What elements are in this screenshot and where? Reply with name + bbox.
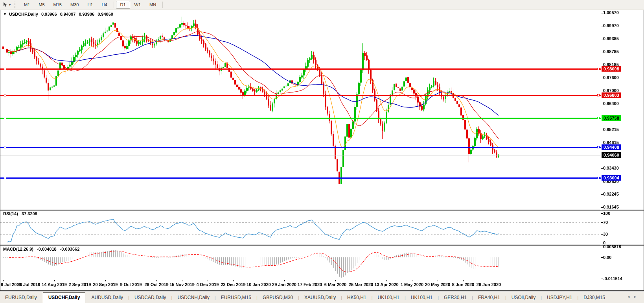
tab-scroll-arrows: ◄► bbox=[627, 295, 640, 299]
chart-tab[interactable]: XAUUSD,Daily bbox=[299, 293, 341, 303]
date-label: 1 May 2020 bbox=[401, 282, 423, 287]
price-tick-label: 0.95215 bbox=[603, 127, 619, 132]
current-price-badge: 0.94060 bbox=[602, 152, 621, 158]
chart-menu-icon[interactable]: ▼ bbox=[3, 12, 7, 16]
rsi-label: RSI(14) 37.3208 bbox=[3, 211, 40, 216]
level-price-badge: 0.94408 bbox=[602, 144, 621, 150]
price-tick-label: 0.91645 bbox=[603, 205, 619, 210]
chart-title: ▼ USDCHF,Daily 0.93966 0.94097 0.93906 0… bbox=[3, 12, 113, 17]
macd-signal-value: -0.003662 bbox=[60, 247, 80, 251]
macd-main-value: -0.004018 bbox=[37, 247, 57, 251]
low-value: 0.93906 bbox=[79, 12, 94, 17]
chart-tab[interactable]: GER30,H1 bbox=[439, 293, 472, 303]
chart-tab[interactable]: EURUSD,Daily bbox=[0, 293, 42, 303]
date-label: 14 Aug 2019 bbox=[42, 282, 67, 287]
macd-name: MACD(12,26,9) bbox=[3, 247, 33, 251]
symbol-timeframe-label: USDCHF,Daily bbox=[9, 12, 38, 17]
dropdown-caret-icon[interactable]: ▾ bbox=[9, 3, 11, 7]
price-tick-label: 0.97600 bbox=[603, 75, 619, 80]
mt4-window: ▾ M1M5M15M30H1H4D1W1MN ▼ USDCHF,Daily 0.… bbox=[0, 0, 644, 303]
timeframe-button-mn[interactable]: MN bbox=[145, 1, 160, 9]
timeframe-button-w1[interactable]: W1 bbox=[130, 1, 145, 9]
chart-tab[interactable]: FRA40,H1 bbox=[473, 293, 505, 303]
chart-tab[interactable]: USOil,Daily bbox=[506, 293, 541, 303]
date-label: 17 Feb 2020 bbox=[298, 282, 322, 287]
macd-tick-label: -0.011514 bbox=[603, 276, 622, 281]
date-label: 13 Apr 2020 bbox=[374, 282, 398, 287]
chart-canvas[interactable] bbox=[0, 0, 644, 303]
rsi-name: RSI(14) bbox=[3, 211, 18, 216]
price-tick-label: 0.96400 bbox=[603, 101, 619, 106]
chart-tab[interactable]: HK50,H1 bbox=[342, 293, 372, 303]
date-label: 9 Oct 2019 bbox=[120, 282, 142, 287]
chart-tab[interactable]: USDCAD,Daily bbox=[129, 293, 171, 303]
price-tick-label: 0.92245 bbox=[603, 192, 619, 197]
macd-tick-label: 0.00 bbox=[603, 255, 611, 260]
price-tick-label: 1.00570 bbox=[603, 10, 619, 15]
tab-scroll-left-icon[interactable]: ◄ bbox=[627, 295, 633, 299]
level-price-badge: 0.96803 bbox=[602, 92, 621, 98]
chart-tab[interactable]: USDCHF,Daily bbox=[43, 292, 86, 303]
rsi-tick-label: 30 bbox=[603, 232, 608, 237]
high-value: 0.94097 bbox=[60, 12, 76, 17]
toolbar-grip bbox=[15, 2, 17, 8]
price-tick-label: 0.93430 bbox=[603, 166, 619, 171]
timeframe-button-m1[interactable]: M1 bbox=[20, 1, 34, 9]
rsi-value: 37.3208 bbox=[22, 211, 37, 216]
chart-tab[interactable]: GBPUSD,M30 bbox=[258, 293, 298, 303]
open-value: 0.93966 bbox=[41, 12, 57, 17]
date-label: 15 Nov 2019 bbox=[169, 282, 195, 287]
level-price-badge: 0.98008 bbox=[602, 66, 621, 72]
chart-tab[interactable]: USDCNH,Daily bbox=[172, 293, 214, 303]
timeframe-button-h1[interactable]: H1 bbox=[83, 1, 97, 9]
price-tick-label: 0.98785 bbox=[603, 49, 619, 54]
date-label: 10 Jan 2020 bbox=[247, 282, 271, 287]
date-label: 23 Dec 2019 bbox=[221, 282, 246, 287]
chart-tab[interactable]: USDJPY,H1 bbox=[542, 293, 577, 303]
date-label: 2 Sep 2019 bbox=[69, 282, 91, 287]
macd-tick-label: 0.005818 bbox=[603, 244, 621, 249]
date-label: 28 Oct 2019 bbox=[144, 282, 168, 287]
date-label: 26 Jul 2019 bbox=[17, 282, 40, 287]
chart-tab[interactable]: DJ30,M15 bbox=[578, 293, 610, 303]
date-label: 26 Jun 2020 bbox=[477, 282, 501, 287]
timeframe-bar: M1M5M15M30H1H4D1W1MN bbox=[20, 1, 165, 9]
close-value: 0.94060 bbox=[98, 12, 113, 17]
chart-tab[interactable]: EURUSD,M15 bbox=[216, 293, 256, 303]
price-tick-label: 0.99385 bbox=[603, 36, 619, 41]
timeframe-button-h4[interactable]: H4 bbox=[97, 1, 111, 9]
macd-label: MACD(12,26,9) -0.004018 -0.003662 bbox=[3, 247, 82, 251]
date-label: 25 Mar 2020 bbox=[349, 282, 373, 287]
date-label: 8 Jun 2020 bbox=[452, 282, 474, 287]
tab-scroll-right-icon[interactable]: ► bbox=[633, 295, 640, 299]
date-label: 6 Mar 2020 bbox=[324, 282, 346, 287]
rsi-tick-label: 70 bbox=[603, 220, 608, 225]
top-toolbar: ▾ M1M5M15M30H1H4D1W1MN bbox=[0, 0, 644, 10]
timeframe-button-m15[interactable]: M15 bbox=[49, 1, 66, 9]
chart-tab[interactable]: UK100,H1 bbox=[406, 293, 438, 303]
chart-cursor-icon[interactable]: ▾ bbox=[2, 2, 11, 7]
chart-tab[interactable]: AUDUSD,Daily bbox=[86, 293, 128, 303]
price-tick-label: 0.99970 bbox=[603, 23, 619, 28]
chart-tab-bar: EURUSD,DailyUSDCHF,DailyAUDUSD,Daily|USD… bbox=[0, 292, 644, 303]
date-label: 20 Sep 2019 bbox=[93, 282, 118, 287]
rsi-tick-label: 100 bbox=[603, 211, 610, 216]
chart-tab[interactable]: UK100,H1 bbox=[373, 293, 405, 303]
timeframe-button-m30[interactable]: M30 bbox=[66, 1, 83, 9]
date-label: 20 May 2020 bbox=[425, 282, 450, 287]
date-label: 4 Dec 2019 bbox=[197, 282, 219, 287]
timeframe-button-d1[interactable]: D1 bbox=[116, 1, 130, 9]
level-price-badge: 0.93004 bbox=[602, 175, 621, 181]
level-price-badge: 0.95758 bbox=[602, 115, 621, 121]
toolbar-separator bbox=[162, 2, 163, 8]
toolbar-separator bbox=[114, 2, 114, 8]
date-label: 29 Jan 2020 bbox=[272, 282, 296, 287]
timeframe-button-m5[interactable]: M5 bbox=[34, 1, 49, 9]
